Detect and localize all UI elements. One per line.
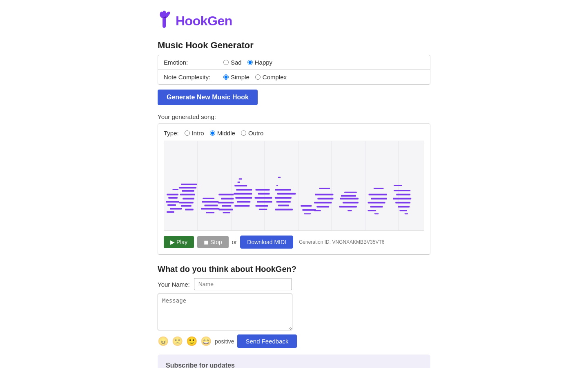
type-options: Intro Middle Outro	[185, 130, 264, 137]
subscribe-title: Subscribe for updates	[166, 362, 422, 368]
type-intro[interactable]: Intro	[185, 130, 204, 137]
svg-rect-19	[183, 198, 194, 200]
emotion-happy[interactable]: Happy	[247, 59, 272, 66]
complexity-complex[interactable]: Complex	[255, 74, 287, 81]
svg-rect-63	[319, 188, 330, 189]
name-label: Your Name:	[158, 281, 190, 288]
generation-id-value: VNGNXAKMBBV35VT6	[332, 239, 384, 245]
svg-rect-54	[278, 205, 289, 206]
piano-roll	[164, 141, 424, 231]
emotion-sad[interactable]: Sad	[223, 59, 242, 66]
type-intro-label: Intro	[192, 130, 204, 137]
svg-rect-39	[235, 197, 252, 199]
complexity-options: Simple Complex	[223, 74, 287, 81]
svg-rect-30	[218, 202, 234, 204]
svg-rect-65	[340, 198, 359, 200]
type-middle-label: Middle	[217, 130, 235, 137]
type-intro-radio[interactable]	[185, 130, 190, 136]
svg-rect-67	[339, 206, 357, 208]
play-button[interactable]: ▶ Play	[164, 236, 194, 248]
type-outro[interactable]: Outro	[241, 130, 264, 137]
svg-rect-82	[398, 206, 410, 208]
svg-rect-62	[316, 206, 329, 208]
svg-rect-76	[368, 210, 376, 211]
type-label: Type:	[164, 130, 179, 137]
svg-rect-33	[223, 212, 230, 213]
send-feedback-button[interactable]: Send Feedback	[237, 334, 296, 348]
svg-rect-46	[256, 205, 268, 207]
emotion-sad-radio[interactable]	[223, 60, 229, 65]
generate-button[interactable]: Generate New Music Hook	[158, 90, 258, 105]
svg-rect-77	[374, 213, 379, 214]
logo-icon	[158, 10, 172, 32]
svg-rect-59	[315, 194, 333, 195]
emoji-sad[interactable]: 🙁	[172, 336, 183, 347]
complexity-simple-radio[interactable]	[223, 74, 229, 80]
type-middle-radio[interactable]	[210, 130, 215, 136]
svg-rect-25	[201, 208, 219, 210]
subscribe-box: Subscribe for updates	[158, 355, 430, 368]
svg-rect-32	[218, 209, 233, 210]
type-outro-radio[interactable]	[241, 130, 246, 136]
svg-rect-80	[393, 198, 411, 200]
emotion-label: Emotion:	[164, 59, 217, 66]
svg-rect-48	[276, 185, 278, 186]
svg-rect-0	[164, 141, 424, 230]
svg-rect-22	[185, 209, 194, 210]
type-row: Type: Intro Middle Outro	[164, 130, 424, 137]
emotion-happy-radio[interactable]	[247, 60, 253, 65]
complexity-row: Note Complexity: Simple Complex	[158, 70, 430, 84]
svg-rect-69	[341, 195, 356, 197]
message-textarea[interactable]	[158, 294, 292, 330]
svg-rect-31	[222, 205, 232, 207]
svg-rect-60	[317, 198, 333, 200]
complexity-label: Note Complexity:	[164, 74, 217, 81]
download-button[interactable]: Download MIDI	[240, 236, 293, 249]
svg-rect-23	[202, 201, 218, 203]
song-box: Type: Intro Middle Outro	[158, 123, 430, 255]
svg-rect-13	[167, 211, 174, 213]
feedback-section: What do you think about HookGen? Your Na…	[158, 265, 430, 348]
name-row: Your Name:	[158, 278, 430, 290]
svg-rect-40	[237, 201, 250, 203]
logo-text: HookGen	[176, 13, 232, 29]
sentiment-row: 😠 🙁 🙂 😄 positive Send Feedback	[158, 334, 430, 348]
emotion-happy-label: Happy	[255, 59, 272, 66]
svg-rect-20	[179, 202, 194, 204]
svg-rect-70	[347, 210, 352, 211]
svg-rect-53	[276, 201, 291, 203]
type-outro-label: Outro	[248, 130, 264, 137]
svg-rect-52	[275, 197, 292, 199]
svg-rect-41	[234, 205, 249, 207]
svg-rect-64	[314, 210, 321, 211]
svg-rect-29	[221, 198, 234, 200]
generated-label: Your generated song:	[158, 113, 430, 120]
svg-rect-35	[239, 178, 242, 180]
svg-rect-24	[204, 205, 218, 206]
svg-rect-79	[396, 194, 410, 195]
svg-rect-11	[167, 204, 176, 206]
svg-rect-18	[180, 194, 195, 195]
complexity-simple-label: Simple	[231, 74, 249, 81]
emotion-row: Emotion: Sad Happy	[158, 55, 430, 70]
svg-rect-12	[170, 208, 182, 210]
svg-rect-83	[394, 185, 402, 186]
svg-rect-49	[278, 177, 281, 178]
emoji-excited[interactable]: 😄	[200, 336, 212, 347]
complexity-simple[interactable]: Simple	[223, 74, 249, 81]
sentiment-label: positive	[215, 338, 234, 345]
svg-rect-8	[167, 194, 178, 195]
svg-rect-74	[370, 206, 383, 208]
type-middle[interactable]: Middle	[210, 130, 235, 137]
emoji-angry[interactable]: 😠	[158, 336, 169, 347]
generation-id: Generation ID: VNGNXAKMBBV35VT6	[299, 239, 384, 245]
complexity-complex-radio[interactable]	[255, 74, 261, 80]
svg-rect-72	[371, 198, 387, 200]
svg-rect-10	[166, 201, 179, 203]
svg-rect-50	[275, 189, 291, 191]
stop-button[interactable]: ◼ Stop	[197, 236, 229, 248]
page-title: Music Hook Generator	[158, 40, 430, 51]
svg-rect-47	[259, 209, 267, 210]
emoji-happy[interactable]: 🙂	[186, 336, 197, 347]
name-input[interactable]	[194, 278, 292, 290]
